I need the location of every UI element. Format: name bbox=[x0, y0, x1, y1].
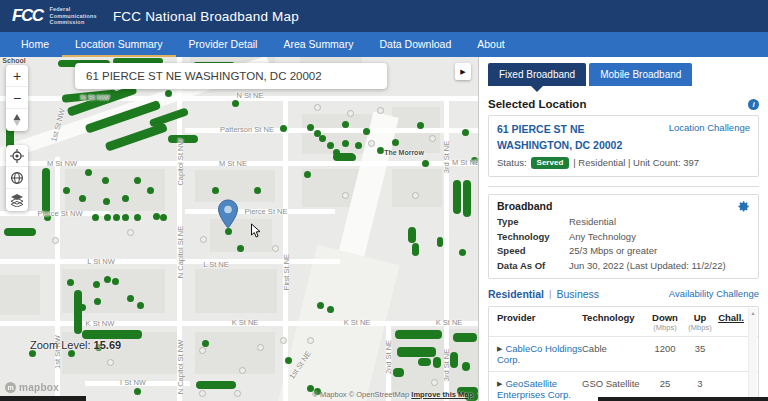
globe-button[interactable] bbox=[6, 167, 28, 189]
coverage-available-dot[interactable] bbox=[363, 128, 370, 135]
coverage-available-dot[interactable] bbox=[342, 121, 349, 128]
coverage-available-dot[interactable] bbox=[333, 149, 340, 156]
coverage-dot-cluster[interactable] bbox=[395, 330, 442, 339]
coverage-available-dot[interactable] bbox=[92, 214, 99, 221]
table-scrollbar[interactable]: ▲ ▼ bbox=[748, 308, 757, 401]
nav-item-location-summary[interactable]: Location Summary bbox=[62, 32, 176, 57]
coverage-available-dot[interactable] bbox=[68, 350, 75, 357]
coverage-available-dot[interactable] bbox=[237, 245, 244, 252]
map-canvas[interactable]: SchoolN St NWN St NEPatterson St NEM St … bbox=[0, 57, 478, 401]
coverage-dot-cluster[interactable] bbox=[74, 290, 82, 334]
coverage-available-dot[interactable] bbox=[102, 177, 109, 184]
non-mass-market-dot[interactable] bbox=[234, 390, 241, 397]
non-mass-market-dot[interactable] bbox=[347, 110, 354, 117]
geolocate-button[interactable] bbox=[6, 145, 28, 167]
coverage-available-dot[interactable] bbox=[349, 154, 356, 161]
location-pin-icon[interactable] bbox=[217, 199, 239, 233]
gear-icon[interactable] bbox=[737, 200, 750, 213]
coverage-dot-cluster[interactable] bbox=[437, 237, 443, 247]
non-mass-market-dot[interactable] bbox=[52, 237, 59, 244]
coverage-available-dot[interactable] bbox=[122, 214, 129, 221]
coverage-available-dot[interactable] bbox=[137, 302, 144, 309]
panel-toggle-button[interactable]: ▶ bbox=[455, 63, 471, 80]
non-mass-market-dot[interactable] bbox=[199, 347, 206, 354]
nav-item-provider-detail[interactable]: Provider Detail bbox=[176, 32, 271, 57]
coverage-available-dot[interactable] bbox=[147, 187, 154, 194]
coverage-available-dot[interactable] bbox=[254, 187, 261, 194]
tab-fixed-broadband[interactable]: Fixed Broadband bbox=[488, 63, 586, 86]
zoom-out-button[interactable]: − bbox=[6, 87, 28, 109]
non-mass-market-dot[interactable] bbox=[368, 140, 375, 147]
col-challenge[interactable]: Chall. bbox=[716, 312, 744, 332]
improve-map-link[interactable]: Improve this Map bbox=[411, 390, 473, 399]
non-mass-market-dot[interactable] bbox=[239, 367, 246, 374]
coverage-available-dot[interactable] bbox=[377, 147, 384, 154]
coverage-dot-cluster[interactable] bbox=[462, 362, 470, 371]
filter-residential[interactable]: Residential bbox=[488, 288, 544, 300]
coverage-available-dot[interactable] bbox=[79, 195, 86, 202]
coverage-available-dot[interactable] bbox=[327, 142, 334, 149]
coverage-dot-cluster[interactable] bbox=[453, 333, 477, 342]
coverage-dot-cluster[interactable] bbox=[4, 228, 36, 236]
coverage-available-dot[interactable] bbox=[127, 295, 134, 302]
coverage-available-dot[interactable] bbox=[392, 139, 399, 146]
coverage-available-dot[interactable] bbox=[134, 214, 141, 221]
non-mass-market-dot[interactable] bbox=[272, 245, 279, 252]
coverage-available-dot[interactable] bbox=[63, 187, 70, 194]
coverage-available-dot[interactable] bbox=[79, 304, 86, 311]
coverage-available-dot[interactable] bbox=[104, 214, 111, 221]
expand-caret-icon[interactable]: ▶ bbox=[497, 380, 502, 387]
coverage-available-dot[interactable] bbox=[317, 302, 324, 309]
coverage-available-dot[interactable] bbox=[355, 142, 362, 149]
coverage-dot-cluster[interactable] bbox=[433, 357, 441, 368]
search-input[interactable] bbox=[75, 63, 387, 89]
non-mass-market-dot[interactable] bbox=[377, 107, 384, 114]
coverage-dot-cluster[interactable] bbox=[408, 227, 416, 243]
coverage-dot-cluster[interactable] bbox=[463, 180, 471, 217]
provider-link[interactable]: GeoSatellite Enterprises Corp. bbox=[497, 378, 571, 400]
coverage-available-dot[interactable] bbox=[202, 340, 209, 347]
coverage-available-dot[interactable] bbox=[122, 195, 129, 202]
non-mass-market-dot[interactable] bbox=[107, 359, 114, 366]
coverage-available-dot[interactable] bbox=[103, 198, 110, 205]
coverage-available-dot[interactable] bbox=[232, 100, 239, 107]
coverage-available-dot[interactable] bbox=[212, 187, 219, 194]
coverage-available-dot[interactable] bbox=[160, 214, 167, 221]
coverage-available-dot[interactable] bbox=[307, 124, 314, 131]
coverage-available-dot[interactable] bbox=[342, 140, 349, 147]
expand-caret-icon[interactable]: ▶ bbox=[497, 345, 502, 352]
availability-challenge-link[interactable]: Availability Challenge bbox=[669, 288, 759, 299]
coverage-available-dot[interactable] bbox=[304, 171, 311, 178]
coverage-dot-cluster[interactable] bbox=[42, 168, 50, 214]
non-mass-market-dot[interactable] bbox=[342, 192, 349, 199]
zoom-in-button[interactable]: + bbox=[6, 65, 28, 87]
coverage-available-dot[interactable] bbox=[104, 276, 111, 283]
coverage-available-dot[interactable] bbox=[165, 90, 172, 97]
non-mass-market-dot[interactable] bbox=[200, 236, 207, 243]
non-mass-market-dot[interactable] bbox=[257, 344, 264, 351]
coverage-dot-cluster[interactable] bbox=[397, 347, 436, 357]
non-mass-market-dot[interactable] bbox=[429, 135, 436, 142]
coverage-dot-cluster[interactable] bbox=[82, 330, 142, 339]
coverage-available-dot[interactable] bbox=[153, 213, 160, 220]
non-mass-market-dot[interactable] bbox=[127, 229, 134, 236]
coverage-available-dot[interactable] bbox=[319, 135, 326, 142]
non-mass-market-dot[interactable] bbox=[431, 379, 438, 386]
filter-business[interactable]: Business bbox=[557, 288, 600, 300]
address-line1-link[interactable]: 61 PIERCE ST NE bbox=[497, 122, 585, 138]
coverage-available-dot[interactable] bbox=[113, 214, 120, 221]
coverage-dot-cluster[interactable] bbox=[453, 180, 461, 214]
coverage-available-dot[interactable] bbox=[459, 249, 466, 256]
coverage-available-dot[interactable] bbox=[462, 129, 469, 136]
non-mass-market-dot[interactable] bbox=[314, 104, 321, 111]
coverage-dot-cluster[interactable] bbox=[105, 122, 168, 151]
coverage-available-dot[interactable] bbox=[67, 279, 74, 286]
tab-mobile-broadband[interactable]: Mobile Broadband bbox=[589, 63, 692, 86]
coverage-dot-cluster[interactable] bbox=[412, 243, 419, 256]
coverage-dot-cluster[interactable] bbox=[393, 368, 404, 377]
coverage-available-dot[interactable] bbox=[29, 350, 36, 357]
coverage-available-dot[interactable] bbox=[280, 125, 287, 132]
nav-item-data-download[interactable]: Data Download bbox=[366, 32, 464, 57]
non-mass-market-dot[interactable] bbox=[307, 337, 314, 344]
coverage-available-dot[interactable] bbox=[85, 169, 92, 176]
